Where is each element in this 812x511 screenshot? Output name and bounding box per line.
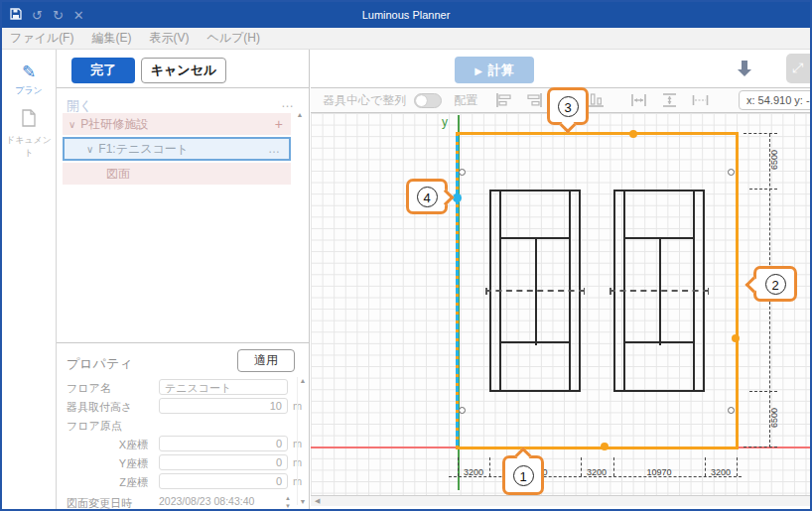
dimension-value: 10970 — [639, 467, 679, 477]
tree-row-drawing-label: 図面 — [106, 166, 130, 183]
play-icon: ▶ — [474, 65, 482, 76]
canvas-toolbar: 器具中心で整列 配置 x: 54.910 y: - — [311, 88, 810, 113]
floor-name-input[interactable]: テニスコート — [159, 379, 288, 395]
app-window: ↺ ↻ ✕ Luminous Planner ファイル(F) 編集(E) 表示(… — [0, 0, 812, 511]
download-icon[interactable] — [734, 58, 755, 79]
y-axis-label: y — [442, 115, 448, 129]
field-x: X座標 0 m — [67, 436, 299, 452]
dimension-tick — [744, 133, 777, 134]
rail-item-document[interactable]: ドキュメント — [2, 109, 56, 160]
modified-label: 図面変更日時 — [67, 496, 132, 511]
horizontal-scrollbar[interactable]: ◀ — [311, 495, 810, 506]
menu-edit[interactable]: 編集(E) — [91, 30, 131, 47]
marker-dot[interactable] — [459, 407, 466, 414]
action-row: 完了 キャンセル — [57, 50, 309, 88]
done-button[interactable]: 完了 — [71, 58, 135, 83]
tree-row-facility[interactable]: ∨ P社研修施設 + — [63, 113, 291, 135]
align-center-toggle[interactable] — [414, 93, 442, 108]
dimension-line-vertical — [769, 134, 770, 447]
dimension-value: 6500 — [769, 403, 779, 433]
properties-panel: プロパティ 適用 フロア名 テニスコート 器具取付高さ 10 m フロア原点 X… — [57, 342, 309, 509]
menu-view[interactable]: 表示(V) — [149, 30, 189, 47]
tree-row-drawing[interactable]: 図面 — [63, 163, 291, 185]
top-strip: ▶計算 ⤢ — [311, 50, 810, 88]
dimension-value: 3200 — [701, 467, 741, 477]
dimension-value: 3200 — [454, 467, 493, 477]
title-bar: ↺ ↻ ✕ Luminous Planner — [2, 2, 810, 28]
pencil-icon: ✎ — [2, 62, 56, 82]
properties-scrollbar[interactable]: ▲ ▼ — [297, 377, 307, 505]
row-more-icon[interactable]: … — [268, 142, 281, 156]
selected-edge-handle[interactable] — [453, 193, 462, 202]
field-mount-height: 器具取付高さ 10 m — [67, 398, 299, 415]
chevron-down-icon[interactable]: ∨ — [86, 144, 93, 155]
align-top-icon[interactable] — [557, 92, 574, 108]
rail-item-plan[interactable]: ✎ プラン — [2, 62, 56, 97]
origin-label: フロア原点 — [67, 419, 122, 434]
scroll-left-icon[interactable]: ◀ — [315, 497, 320, 505]
menu-file[interactable]: ファイル(F) — [10, 30, 73, 47]
left-rail: ✎ プラン ドキュメント — [2, 50, 57, 509]
distribute-vertical-icon[interactable] — [661, 92, 678, 108]
partial-toolbar-button[interactable]: ⤢ — [786, 54, 812, 83]
y-coord-label: Y座標 — [119, 456, 148, 471]
scroll-up-icon[interactable]: ▲ — [298, 377, 308, 384]
window-title: Luminous Planner — [2, 9, 810, 21]
scroll-down-icon[interactable]: ▼ — [298, 498, 308, 505]
edge-handle-bottom[interactable] — [601, 443, 609, 450]
tree-scrollbar[interactable]: ▲ — [295, 111, 305, 337]
field-origin: フロア原点 — [67, 417, 299, 434]
field-y: Y座標 0 m — [67, 454, 299, 471]
marker-dot[interactable] — [459, 169, 466, 176]
add-floor-icon[interactable]: + — [275, 116, 283, 132]
drawing-canvas[interactable]: y — [311, 113, 810, 495]
x-coord-input[interactable]: 0 — [159, 436, 288, 451]
edge-handle-top[interactable] — [629, 130, 637, 138]
cancel-button[interactable]: キャンセル — [141, 58, 226, 83]
center-service-line — [535, 239, 537, 345]
field-z: Z座標 0 m — [67, 473, 299, 490]
marker-dot[interactable] — [728, 407, 735, 414]
apply-button[interactable]: 適用 — [237, 349, 295, 372]
z-coord-label: Z座標 — [119, 475, 148, 490]
document-icon — [2, 109, 56, 132]
edge-handle-right[interactable] — [732, 334, 740, 342]
selected-edge-highlight[interactable] — [456, 136, 459, 446]
tree-row-facility-label: P社研修施設 — [80, 116, 148, 133]
redo-icon[interactable]: ↻ — [53, 9, 64, 22]
open-panel-more-icon[interactable]: … — [281, 95, 295, 110]
toggle-knob — [416, 95, 427, 106]
align-left-icon[interactable] — [495, 92, 512, 108]
scroll-up-icon[interactable]: ▲ — [295, 111, 305, 118]
align-center-toggle-label: 器具中心で整列 — [323, 92, 406, 109]
marker-dot[interactable] — [728, 169, 735, 176]
close-icon[interactable]: ✕ — [73, 9, 84, 22]
field-scroll-icons[interactable]: ▲▼ — [283, 494, 293, 510]
tree-row-floor-label: F1:テニスコート — [98, 141, 189, 158]
net-line — [485, 290, 585, 292]
y-coord-input[interactable]: 0 — [159, 454, 288, 470]
z-coord-input[interactable]: 0 — [159, 473, 288, 489]
center-service-line — [659, 239, 661, 345]
main-area: ▶計算 ⤢ 器具中心で整列 配置 x: 54.910 y: - — [311, 50, 810, 509]
place-label[interactable]: 配置 — [454, 92, 477, 109]
tree-row-floor-selected[interactable]: ∨ F1:テニスコート … — [63, 137, 291, 161]
align-bottom-icon[interactable] — [588, 92, 605, 108]
mount-height-input[interactable]: 10 — [159, 398, 288, 414]
field-modified: 図面変更日時 2023/08/23 08:43:40 ▲▼ — [67, 494, 299, 511]
rail-document-label: ドキュメント — [2, 134, 56, 160]
cursor-coordinates: x: 54.910 y: - — [739, 90, 812, 110]
align-right-icon[interactable] — [526, 92, 543, 108]
rail-plan-label: プラン — [2, 84, 56, 97]
undo-icon[interactable]: ↺ — [32, 9, 43, 22]
distribute-horizontal-icon[interactable] — [630, 92, 647, 108]
equal-spacing-icon[interactable] — [692, 92, 709, 108]
save-icon[interactable] — [10, 8, 22, 22]
calculate-button[interactable]: ▶計算 — [455, 57, 534, 83]
field-floor-name: フロア名 テニスコート — [67, 379, 299, 396]
dimension-tick — [749, 391, 777, 392]
menu-help[interactable]: ヘルプ(H) — [206, 30, 260, 47]
chevron-down-icon[interactable]: ∨ — [68, 119, 75, 130]
x-coord-label: X座標 — [119, 438, 148, 452]
dimension-value: 3200 — [577, 467, 616, 477]
